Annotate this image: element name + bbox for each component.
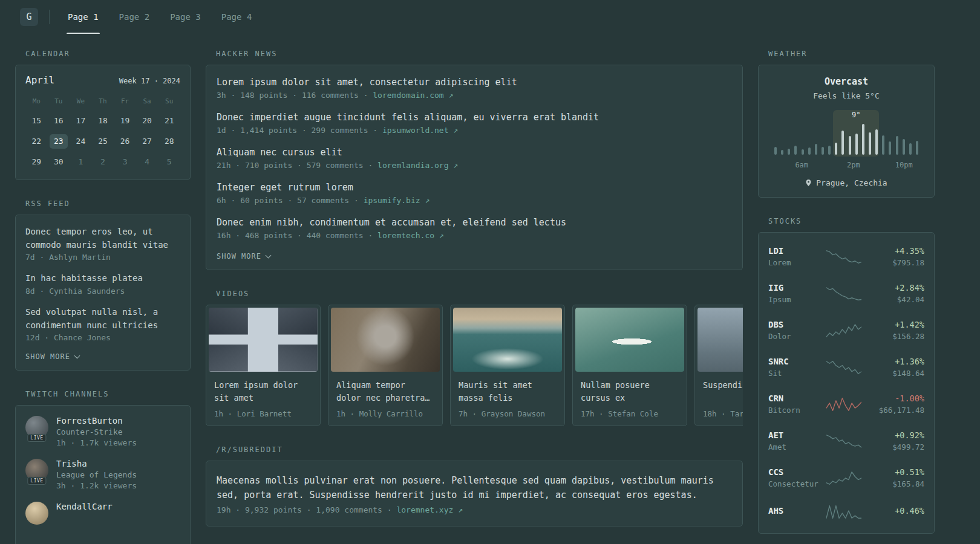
app-logo[interactable]: G — [20, 8, 38, 26]
calendar-day[interactable]: 1 — [71, 155, 90, 169]
page-tab[interactable]: Page 2 — [111, 0, 158, 34]
page-tab[interactable]: Page 3 — [162, 0, 209, 34]
stock-ticker[interactable]: CCS — [768, 467, 822, 477]
live-badge: LIVE — [27, 477, 46, 485]
stock-name: Ipsum — [768, 295, 822, 304]
video-thumbnail[interactable] — [575, 308, 684, 372]
video-card[interactable]: Mauris sit amet massa felis 7h · Grayson… — [450, 305, 565, 426]
channel-avatar[interactable] — [25, 502, 48, 525]
calendar-day[interactable]: 29 — [27, 155, 45, 169]
calendar-day[interactable]: 18 — [94, 114, 112, 128]
hacker-news-item-stats: 3h · 148 points · 116 comments · — [217, 91, 368, 100]
subreddit-post-title[interactable]: Maecenas mollis pulvinar erat non posuer… — [217, 473, 732, 502]
stock-ticker[interactable]: AET — [768, 430, 822, 440]
subreddit-post-domain[interactable]: loremnet.xyz ↗ — [396, 505, 463, 514]
weather-card: Overcast Feels like 5°C 9° 6am 2pm 10pm … — [758, 65, 935, 198]
video-title[interactable]: Mauris sit amet massa felis — [453, 379, 562, 404]
calendar-day[interactable]: 16 — [50, 114, 68, 128]
rss-show-more-button[interactable]: SHOW MORE — [25, 352, 180, 361]
stock-sparkline-chart — [822, 249, 866, 265]
channel-avatar[interactable]: LIVE — [25, 416, 48, 439]
calendar-day[interactable]: 27 — [138, 134, 156, 149]
stock-row: AHS +0.46% — [768, 496, 924, 528]
top-nav: G Page 1 Page 2 Page 3 Page 4 — [0, 0, 980, 34]
hacker-news-show-more-button[interactable]: SHOW MORE — [217, 252, 732, 261]
calendar-day[interactable]: 21 — [160, 114, 178, 128]
page-tab[interactable]: Page 1 — [59, 0, 107, 34]
video-title[interactable]: Lorem ipsum dolor sit amet consectetu… — [209, 379, 318, 404]
calendar-day[interactable]: 4 — [138, 155, 156, 169]
stock-row: SNRC Sit +1.36% $148.64 — [768, 349, 924, 386]
stock-ticker[interactable]: LDI — [768, 246, 822, 256]
hacker-news-item: Donec imperdiet augue tincidunt felis al… — [217, 112, 732, 135]
calendar-day[interactable]: 20 — [138, 114, 156, 128]
page-tab[interactable]: Page 4 — [213, 0, 261, 34]
rss-item-title[interactable]: Sed volutpat nulla nisl, a condimentum n… — [25, 306, 180, 332]
calendar-day-header: Fr — [114, 96, 136, 108]
twitch-channel-row: LIVE ForrestBurton Counter-Strike 1h · 1… — [25, 416, 180, 447]
rss-show-more-label: SHOW MORE — [25, 352, 70, 361]
channel-avatar[interactable]: LIVE — [25, 459, 48, 482]
stock-ticker[interactable]: SNRC — [768, 357, 822, 366]
calendar-day[interactable]: 22 — [27, 134, 45, 149]
video-card[interactable]: Aliquam tempor dolor nec pharetra… 1h · … — [328, 305, 443, 426]
video-thumbnail[interactable] — [453, 308, 562, 372]
calendar-day[interactable]: 30 — [50, 155, 68, 169]
video-title[interactable]: Suspendisse diam — [697, 379, 743, 404]
hacker-news-item-title[interactable]: Donec imperdiet augue tincidunt felis al… — [217, 112, 732, 123]
calendar-day[interactable]: 25 — [94, 134, 112, 149]
video-title[interactable]: Aliquam tempor dolor nec pharetra… — [331, 379, 440, 404]
calendar-day[interactable]: 24 — [71, 134, 90, 149]
calendar-day[interactable]: 19 — [116, 114, 134, 128]
calendar-day[interactable]: 26 — [116, 134, 134, 149]
hacker-news-item-domain[interactable]: loremdomain.com ↗ — [373, 91, 453, 100]
hacker-news-item-title[interactable]: Lorem ipsum dolor sit amet, consectetur … — [217, 77, 732, 88]
calendar-day[interactable]: 23 — [50, 134, 68, 149]
stock-ticker[interactable]: CRN — [768, 393, 822, 403]
hacker-news-item-domain[interactable]: loremtech.co ↗ — [377, 231, 444, 240]
weather-hour-bar — [889, 141, 891, 155]
stock-identity: CRN Bitcorn — [768, 393, 822, 415]
rss-item-title[interactable]: In hac habitasse platea — [25, 272, 180, 285]
calendar-header: April Week 17 · 2024 — [25, 74, 180, 86]
video-thumbnail[interactable] — [209, 308, 318, 372]
hacker-news-item-title[interactable]: Donec enim nibh, condimentum et accumsan… — [217, 217, 732, 228]
hacker-news-item-title[interactable]: Integer eget rutrum lorem — [217, 182, 732, 193]
stock-ticker[interactable]: DBS — [768, 320, 822, 329]
calendar-day[interactable]: 17 — [71, 114, 90, 128]
hacker-news-item-domain[interactable]: ipsumify.biz ↗ — [364, 196, 430, 205]
calendar-day[interactable]: 15 — [27, 114, 45, 128]
calendar-day-header: We — [70, 96, 92, 108]
channel-name[interactable]: KendallCarr — [56, 502, 113, 511]
video-thumbnail[interactable] — [331, 308, 440, 372]
calendar-day[interactable]: 2 — [94, 155, 112, 169]
calendar-day[interactable]: 3 — [116, 155, 134, 169]
weather-hour-bar — [835, 143, 837, 155]
stock-identity: IIG Ipsum — [768, 283, 822, 304]
weather-location[interactable]: Prague, Czechia — [768, 178, 924, 187]
video-card[interactable]: Suspendisse diam 18h · Tara — [694, 305, 743, 426]
video-title[interactable]: Nullam posuere cursus ex — [575, 379, 684, 404]
hacker-news-item-meta: 21h · 710 points · 579 comments · loreml… — [217, 161, 732, 170]
calendar-day[interactable]: 5 — [160, 155, 178, 169]
stock-ticker[interactable]: AHS — [768, 506, 822, 516]
hacker-news-item-domain[interactable]: ipsumworld.net ↗ — [382, 126, 458, 135]
video-meta: 1h · Molly Carrillo — [331, 404, 440, 423]
hacker-news-item-title[interactable]: Aliquam nec cursus elit — [217, 147, 732, 158]
stock-ticker[interactable]: IIG — [768, 283, 822, 293]
hacker-news-item-stats: 6h · 60 points · 57 comments · — [217, 196, 359, 205]
calendar-day[interactable]: 28 — [160, 134, 178, 149]
video-card[interactable]: Nullam posuere cursus ex 17h · Stefan Co… — [572, 305, 687, 426]
channel-name[interactable]: ForrestBurton — [56, 416, 137, 426]
video-card[interactable]: Lorem ipsum dolor sit amet consectetu… 1… — [206, 305, 321, 426]
channel-name[interactable]: Trisha — [56, 459, 137, 468]
hacker-news-item: Integer eget rutrum lorem 6h · 60 points… — [217, 182, 732, 205]
stock-name: Dolor — [768, 332, 822, 341]
rss-item-title[interactable]: Donec tempor eros leo, ut commodo mauris… — [25, 225, 180, 251]
hacker-news-item-domain[interactable]: loremlandia.org ↗ — [377, 161, 458, 170]
stock-price: $66,171.48 — [866, 406, 924, 415]
video-thumbnail[interactable] — [697, 308, 743, 372]
calendar-month-label: April — [25, 74, 54, 86]
stock-values: -1.00% $66,171.48 — [866, 393, 924, 415]
video-meta: 7h · Grayson Dawson — [453, 404, 562, 423]
